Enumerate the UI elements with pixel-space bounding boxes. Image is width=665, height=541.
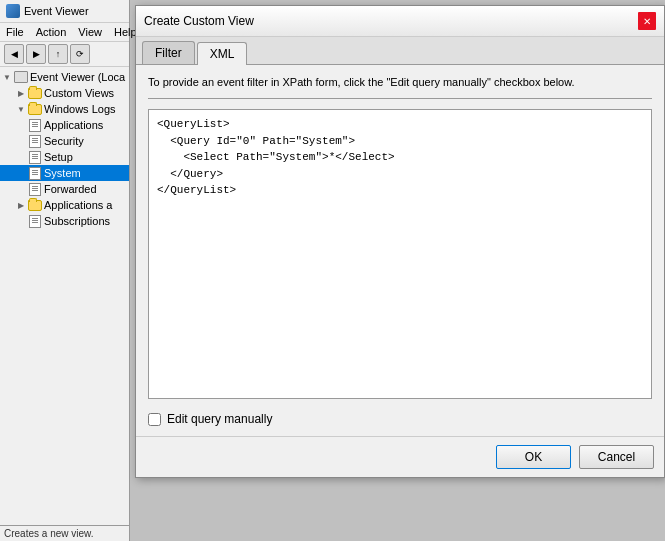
tree-node-custom-views[interactable]: ▶ Custom Views	[0, 85, 129, 101]
ok-button[interactable]: OK	[496, 445, 571, 469]
log-icon	[28, 150, 42, 164]
app-title: Event Viewer	[24, 5, 89, 17]
tree-node-event-viewer[interactable]: ▼ Event Viewer (Loca	[0, 69, 129, 85]
app-icon	[6, 4, 20, 18]
expand-icon: ▶	[14, 198, 28, 212]
dialog-overlay: Create Custom View ✕ Filter XML To provi…	[130, 0, 665, 541]
status-text: Creates a new view.	[4, 528, 94, 539]
checkbox-row: Edit query manually	[148, 412, 652, 426]
tree-label: Windows Logs	[44, 103, 116, 115]
dialog-title: Create Custom View	[144, 14, 254, 28]
tree-node-applications[interactable]: Applications	[0, 117, 129, 133]
log-icon	[28, 134, 42, 148]
tree-label: Custom Views	[44, 87, 114, 99]
tree-label: Subscriptions	[44, 215, 110, 227]
forward-button[interactable]: ▶	[26, 44, 46, 64]
log-icon	[28, 166, 42, 180]
expand-icon: ▶	[14, 86, 28, 100]
toolbar: ◀ ▶ ↑ ⟳	[0, 42, 129, 67]
log-icon	[28, 214, 42, 228]
refresh-button[interactable]: ⟳	[70, 44, 90, 64]
dialog-titlebar: Create Custom View ✕	[136, 6, 664, 37]
dialog-content: To provide an event filter in XPath form…	[136, 65, 664, 436]
xml-editor[interactable]	[148, 109, 652, 399]
folder-icon	[28, 102, 42, 116]
up-button[interactable]: ↑	[48, 44, 68, 64]
tab-xml[interactable]: XML	[197, 42, 248, 65]
tree-label: Applications a	[44, 199, 113, 211]
checkbox-label: Edit query manually	[167, 412, 272, 426]
log-icon	[28, 182, 42, 196]
menu-bar: File Action View Help	[0, 23, 129, 42]
tree-node-setup[interactable]: Setup	[0, 149, 129, 165]
tree-node-forwarded[interactable]: Forwarded	[0, 181, 129, 197]
back-button[interactable]: ◀	[4, 44, 24, 64]
edit-query-checkbox[interactable]	[148, 413, 161, 426]
folder-icon	[28, 86, 42, 100]
tree-node-windows-logs[interactable]: ▼ Windows Logs	[0, 101, 129, 117]
tree-node-system[interactable]: System	[0, 165, 129, 181]
info-text: To provide an event filter in XPath form…	[148, 75, 652, 90]
tree-label: Event Viewer (Loca	[30, 71, 125, 83]
log-icon	[28, 118, 42, 132]
dialog-close-button[interactable]: ✕	[638, 12, 656, 30]
separator	[148, 98, 652, 99]
folder-icon	[28, 198, 42, 212]
left-panel: Event Viewer File Action View Help ◀ ▶ ↑…	[0, 0, 130, 541]
tree-label: Applications	[44, 119, 103, 131]
menu-action[interactable]: Action	[34, 25, 69, 39]
expand-icon: ▼	[14, 102, 28, 116]
tree-label: Setup	[44, 151, 73, 163]
create-custom-view-dialog: Create Custom View ✕ Filter XML To provi…	[135, 5, 665, 478]
cancel-button[interactable]: Cancel	[579, 445, 654, 469]
expand-icon: ▼	[0, 70, 14, 84]
computer-icon	[14, 70, 28, 84]
status-bar: Creates a new view.	[0, 525, 129, 541]
tree-node-security[interactable]: Security	[0, 133, 129, 149]
dialog-footer: OK Cancel	[136, 436, 664, 477]
menu-view[interactable]: View	[76, 25, 104, 39]
menu-file[interactable]: File	[4, 25, 26, 39]
tree-node-subscriptions[interactable]: Subscriptions	[0, 213, 129, 229]
tree-label: System	[44, 167, 81, 179]
dialog-tabs: Filter XML	[136, 37, 664, 65]
tree-label: Security	[44, 135, 84, 147]
tree-view: ▼ Event Viewer (Loca ▶ Custom Views ▼ Wi…	[0, 67, 129, 525]
app-titlebar: Event Viewer	[0, 0, 129, 23]
tab-filter[interactable]: Filter	[142, 41, 195, 64]
tree-label: Forwarded	[44, 183, 97, 195]
expand-icon-space	[14, 214, 28, 228]
tree-node-apps-services[interactable]: ▶ Applications a	[0, 197, 129, 213]
